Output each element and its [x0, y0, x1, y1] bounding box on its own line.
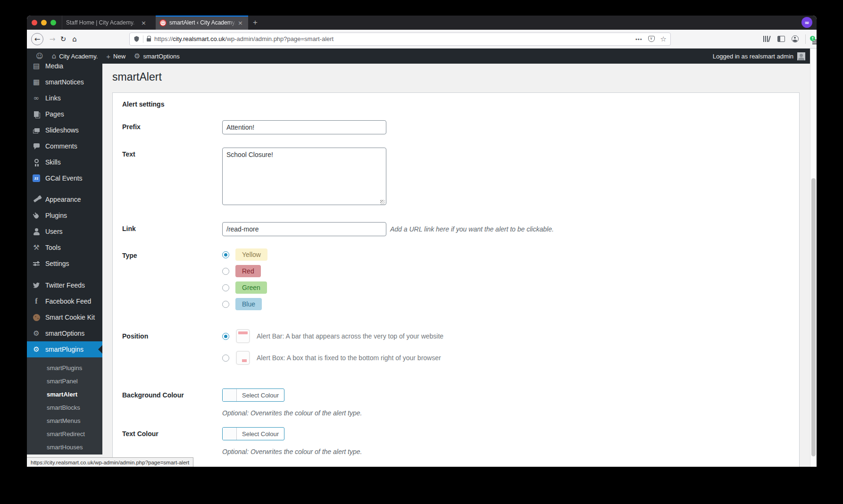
forward-button[interactable]: → [47, 35, 58, 43]
chain-link-icon: ∞ [32, 93, 41, 103]
tracking-protection-shield-icon[interactable] [134, 35, 140, 42]
sidebar-item-comments[interactable]: Comments [27, 138, 102, 154]
admin-menu: ▤Media ▦smartNotices ∞Links Pages Slides… [27, 64, 102, 357]
logged-in-label[interactable]: Logged in as realsmart admin [713, 53, 793, 60]
menu-separator [27, 272, 102, 277]
type-badge-green[interactable]: Green [235, 281, 267, 294]
text-textarea[interactable] [222, 148, 386, 205]
page-actions-icon[interactable]: ••• [635, 36, 643, 42]
cookie-icon [32, 313, 41, 322]
close-icon[interactable]: × [140, 19, 148, 26]
sidebar-item-smartoptions[interactable]: ⚙smartOptions [27, 325, 102, 341]
sidebar-item-media[interactable]: ▤Media [27, 64, 102, 74]
type-badge-blue[interactable]: Blue [235, 298, 262, 310]
page-title: smartAlert [112, 70, 800, 84]
submenu-item-smartpanel[interactable]: smartPanel [27, 374, 102, 388]
link-input[interactable] [222, 222, 386, 236]
scrollbar[interactable] [810, 49, 817, 467]
text-row: Text [122, 148, 790, 207]
submenu-item-smartplugins[interactable]: smartPlugins [27, 361, 102, 374]
award-icon [32, 157, 41, 167]
sidebar-toggle-icon[interactable] [777, 36, 785, 42]
sidebar-item-twitter-feeds[interactable]: Twitter Feeds [27, 277, 102, 293]
url-bar[interactable]: https://city.realsmart.co.uk/wp-admin/ad… [129, 33, 671, 46]
radio-blue[interactable] [222, 301, 229, 308]
sidebar-item-plugins[interactable]: Plugins [27, 207, 102, 223]
smartoptions-menu[interactable]: ⚙ smartOptions [130, 49, 184, 64]
smiley-logo-icon: ☺ [36, 52, 43, 60]
sidebar-item-smartnotices[interactable]: ▦smartNotices [27, 74, 102, 90]
sidebar-item-facebook-feed[interactable]: fFacebook Feed [27, 293, 102, 309]
containers-mask-badge-icon[interactable]: ∞ [801, 17, 812, 28]
tab-smartalert[interactable]: ☺ smartAlert ‹ City Academy. — W × [156, 16, 248, 30]
reload-button[interactable]: ↻ [58, 35, 69, 43]
main-content: smartAlert Alert settings Prefix Text Li… [102, 64, 810, 467]
close-window-button[interactable] [32, 20, 37, 25]
zoom-window-button[interactable] [50, 20, 56, 25]
toolbar-separator [805, 34, 806, 44]
submenu-item-smartalert[interactable]: smartAlert [27, 388, 102, 401]
scrollbar-thumb[interactable] [811, 178, 816, 456]
radio-yellow[interactable] [222, 251, 229, 258]
radio-green[interactable] [222, 284, 229, 291]
browser-window: Staff Home | City Academy. × ☺ smartAler… [27, 16, 817, 467]
radio-alert-bar[interactable] [222, 333, 229, 340]
account-icon[interactable] [792, 35, 799, 42]
text-colour-help-text: Optional: Overwrites the colour of the a… [222, 448, 362, 455]
prefix-input[interactable] [222, 120, 386, 134]
smartplugins-submenu: smartPlugins smartPanel smartAlert smart… [27, 357, 102, 454]
resize-grip-icon[interactable] [380, 200, 385, 205]
text-colour-select-button[interactable]: Select Colour [222, 427, 284, 440]
sidebar-item-tools[interactable]: ⚒Tools [27, 240, 102, 256]
submenu-item-smartmenus[interactable]: smartMenus [27, 414, 102, 427]
position-option-alert-bar: Alert Bar: A bar that appears across the… [222, 329, 443, 343]
text-colour-row: Text Colour Select Colour Optional: Over… [122, 427, 790, 455]
sidebar-item-smartplugins[interactable]: ⚙smartPlugins [27, 341, 102, 357]
radio-red[interactable] [222, 268, 229, 275]
background-colour-select-button[interactable]: Select Colour [222, 388, 284, 402]
colour-swatch [223, 428, 237, 440]
sidebar-item-slideshows[interactable]: Slideshows [27, 122, 102, 138]
type-option-yellow: Yellow [222, 248, 267, 261]
prefix-row: Prefix [122, 120, 790, 134]
gear-icon: ⚙ [32, 345, 41, 354]
realsmart-favicon-icon: ☺ [159, 19, 167, 26]
alert-bar-icon[interactable] [236, 329, 250, 343]
realsmart-logo-button[interactable]: ☺ [32, 49, 48, 64]
new-content-menu[interactable]: + New [102, 49, 130, 64]
type-label: Type [122, 248, 222, 259]
facebook-icon: f [32, 297, 41, 306]
pocket-icon[interactable]: ∨ [648, 36, 655, 42]
colour-swatch [223, 389, 237, 401]
submenu-item-smarthouses[interactable]: smartHouses [27, 440, 102, 454]
comment-bubble-icon [32, 141, 41, 151]
sidebar-item-users[interactable]: Users [27, 223, 102, 240]
sidebar-item-smart-cookie-kit[interactable]: Smart Cookie Kit [27, 309, 102, 325]
sidebar-item-settings[interactable]: Settings [27, 256, 102, 272]
sidebar-item-links[interactable]: ∞Links [27, 90, 102, 106]
sidebar-item-pages[interactable]: Pages [27, 106, 102, 122]
alert-box-icon[interactable] [236, 351, 250, 365]
type-option-red: Red [222, 265, 267, 277]
sidebar-item-appearance[interactable]: Appearance [27, 191, 102, 207]
type-badge-red[interactable]: Red [235, 265, 261, 277]
type-badge-yellow[interactable]: Yellow [235, 248, 267, 261]
tab-staff-home[interactable]: Staff Home | City Academy. × [62, 16, 151, 30]
background-colour-help-text: Optional: Overwrites the colour of the a… [222, 409, 362, 417]
lock-icon [147, 38, 151, 41]
radio-alert-box[interactable] [222, 355, 229, 362]
wp-admin-sidebar: ▤Media ▦smartNotices ∞Links Pages Slides… [27, 64, 102, 454]
bookmark-star-icon[interactable]: ☆ [660, 35, 667, 43]
sidebar-item-gcal-events[interactable]: 31GCal Events [27, 170, 102, 186]
close-icon[interactable]: × [236, 19, 244, 26]
home-button[interactable]: ⌂ [69, 35, 80, 43]
new-tab-button[interactable]: + [248, 16, 262, 30]
submenu-item-smartredirect[interactable]: smartRedirect [27, 427, 102, 440]
site-name-menu[interactable]: ⌂ City Academy. [48, 49, 102, 64]
sidebar-item-skills[interactable]: Skills [27, 154, 102, 170]
library-icon[interactable] [763, 36, 771, 42]
minimize-window-button[interactable] [41, 20, 47, 25]
back-button[interactable]: ← [31, 33, 43, 45]
submenu-item-smartblocks[interactable]: smartBlocks [27, 401, 102, 414]
position-option-alert-box: Alert Box: A box that is fixed to the bo… [222, 351, 443, 365]
